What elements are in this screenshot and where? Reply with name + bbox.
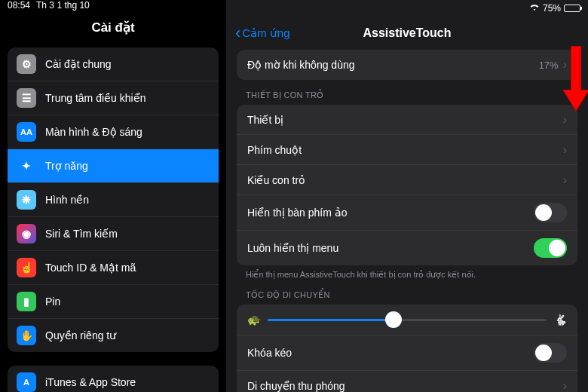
status-bar-right: 75% <box>226 0 588 17</box>
sidebar-item-switches[interactable]: ☰Trung tâm điều khiển <box>8 81 219 115</box>
sidebar-item-label: Touch ID & Mật mã <box>45 262 210 274</box>
row-hiển-thị-bàn-phím-ảo[interactable]: Hiển thị bàn phím ảo <box>237 195 577 231</box>
section-header: TỐC ĐỘ DI CHUYỂN <box>237 280 577 305</box>
toggle-switch[interactable] <box>534 203 567 222</box>
sidebar-item-label: Siri & Tìm kiếm <box>45 228 210 240</box>
status-time: 08:54 <box>8 0 30 11</box>
status-date: Th 3 1 thg 10 <box>36 0 90 11</box>
chevron-left-icon: ‹ <box>235 25 240 41</box>
sidebar-item-label: Trung tâm điều khiển <box>45 92 210 104</box>
battery-percent: 75% <box>543 3 561 14</box>
section-header: THIẾT BỊ CON TRỎ <box>237 80 577 105</box>
sidebar-item-siri[interactable]: ◉Siri & Tìm kiếm <box>8 217 219 251</box>
row-kiểu-con-trỏ[interactable]: Kiểu con trỏ› <box>237 165 577 195</box>
sidebar-item-gear[interactable]: ⚙Cài đặt chung <box>8 47 219 81</box>
section-footer: Hiển thị menu AssistiveTouch khi thiết b… <box>237 265 577 280</box>
sidebar-item-label: Cài đặt chung <box>45 58 210 70</box>
battery-icon <box>564 5 580 12</box>
sidebar-item-person[interactable]: ✦Trợ năng <box>8 149 219 183</box>
sidebar-item-label: Trợ năng <box>45 160 210 172</box>
rabbit-icon: 🐇 <box>554 314 567 326</box>
chevron-right-icon: › <box>563 143 567 157</box>
sidebar-item-label: iTunes & App Store <box>45 376 210 388</box>
finger-icon: ☝ <box>17 258 36 277</box>
slider-track[interactable] <box>268 319 547 321</box>
turtle-icon: 🐢 <box>247 314 260 326</box>
row-khóa-kéo[interactable]: Khóa kéo <box>237 335 577 371</box>
switches-icon: ☰ <box>17 88 36 108</box>
sidebar-item-A[interactable]: AiTunes & App Store <box>8 366 219 392</box>
AA-icon: AA <box>17 122 36 142</box>
detail-pane: 75% ‹ Cảm ứng AssistiveTouch Độ mờ khi k… <box>226 0 588 392</box>
row-label: Hiển thị bàn phím ảo <box>247 207 534 219</box>
tracking-speed-slider[interactable]: 🐢🐇 <box>237 305 577 335</box>
chevron-right-icon: › <box>563 173 567 187</box>
sidebar-item-battery[interactable]: ▮Pin <box>8 285 219 319</box>
back-button[interactable]: ‹ Cảm ứng <box>235 25 290 41</box>
sidebar-item-label: Pin <box>45 296 210 308</box>
hand-icon: ✋ <box>17 326 36 345</box>
sidebar-item-flower[interactable]: ❋Hình nền <box>8 183 219 217</box>
row-phím-chuột[interactable]: Phím chuột› <box>237 135 577 165</box>
status-bar: 08:54 Th 3 1 thg 10 <box>0 0 226 11</box>
chevron-right-icon: › <box>563 58 567 72</box>
back-label: Cảm ứng <box>242 26 289 40</box>
detail-header: ‹ Cảm ứng AssistiveTouch <box>226 17 588 50</box>
row-label: Kiểu con trỏ <box>247 174 563 186</box>
sidebar-item-label: Màn hình & Độ sáng <box>45 126 210 138</box>
row-label: Độ mờ khi không dùng <box>247 59 539 71</box>
battery-icon: ▮ <box>17 292 36 311</box>
row-độ-mờ-khi-không-dùng[interactable]: Độ mờ khi không dùng17%› <box>237 50 577 80</box>
chevron-right-icon: › <box>563 113 567 127</box>
gear-icon: ⚙ <box>17 54 36 74</box>
sidebar-item-AA[interactable]: AAMàn hình & Độ sáng <box>8 115 219 149</box>
sidebar-title: Cài đặt <box>0 11 226 47</box>
row-label: Thiết bị <box>247 114 563 126</box>
flower-icon: ❋ <box>17 190 36 210</box>
sidebar-item-label: Hình nền <box>45 194 210 206</box>
row-luôn-hiển-thị-menu[interactable]: Luôn hiển thị menu <box>237 231 577 265</box>
row-value: 17% <box>539 60 559 71</box>
toggle-switch[interactable] <box>534 343 567 363</box>
row-label: Khóa kéo <box>247 347 534 359</box>
row-label: Phím chuột <box>247 144 563 156</box>
wifi-icon <box>529 3 540 14</box>
row-di-chuyển-thu-phóng[interactable]: Di chuyển thu phóng› <box>237 371 577 392</box>
chevron-right-icon: › <box>563 379 567 392</box>
sidebar-item-finger[interactable]: ☝Touch ID & Mật mã <box>8 251 219 285</box>
toggle-switch[interactable] <box>534 238 567 258</box>
row-thiết-bị[interactable]: Thiết bị› <box>237 105 577 135</box>
siri-icon: ◉ <box>17 224 36 243</box>
sidebar-item-hand[interactable]: ✋Quyền riêng tư <box>8 319 219 352</box>
page-title: AssistiveTouch <box>363 26 451 40</box>
person-icon: ✦ <box>17 156 36 176</box>
settings-sidebar: 08:54 Th 3 1 thg 10 Cài đặt ⚙Cài đặt chu… <box>0 0 226 392</box>
sidebar-item-label: Quyền riêng tư <box>45 329 210 341</box>
A-icon: A <box>17 372 36 392</box>
row-label: Luôn hiển thị menu <box>247 242 534 254</box>
row-label: Di chuyển thu phóng <box>247 380 563 392</box>
